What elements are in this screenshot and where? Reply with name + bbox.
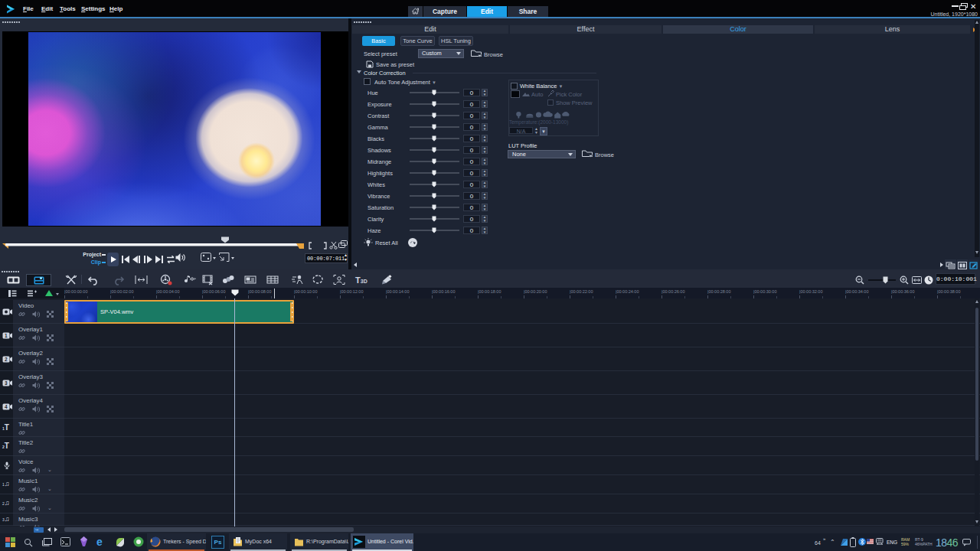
svg-text:4: 4: [5, 404, 8, 409]
svg-text:2: 2: [5, 357, 8, 362]
svg-text:1: 1: [5, 333, 8, 338]
svg-text:3: 3: [5, 380, 8, 386]
